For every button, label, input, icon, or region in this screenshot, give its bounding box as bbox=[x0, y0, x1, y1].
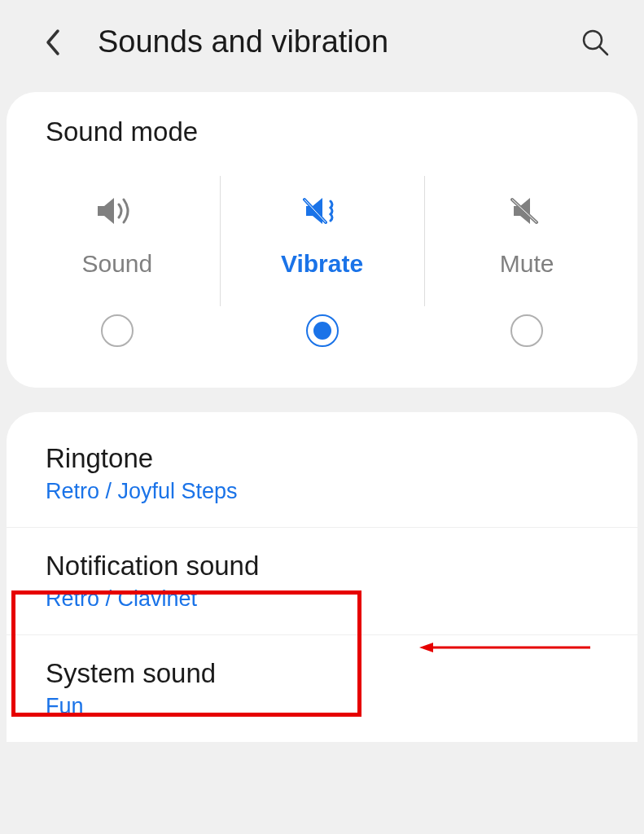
back-button[interactable] bbox=[41, 26, 65, 59]
sound-mode-sound[interactable]: Sound bbox=[15, 180, 220, 355]
sound-mode-mute[interactable]: Mute bbox=[424, 180, 629, 355]
search-button[interactable] bbox=[579, 26, 611, 59]
sound-mode-card: Sound mode Sound Vib bbox=[7, 92, 637, 388]
system-sound-item[interactable]: System sound Fun bbox=[7, 635, 637, 742]
system-sound-value: Fun bbox=[46, 694, 598, 719]
vibrate-mode-label: Vibrate bbox=[281, 250, 363, 278]
svg-point-0 bbox=[584, 31, 602, 49]
system-sound-title: System sound bbox=[46, 658, 598, 689]
radio-sound[interactable] bbox=[101, 314, 134, 347]
notification-sound-title: Notification sound bbox=[46, 551, 598, 582]
svg-line-1 bbox=[600, 47, 607, 55]
sound-settings-list: Ringtone Retro / Joyful Steps Notificati… bbox=[7, 412, 637, 742]
vibrate-icon bbox=[301, 188, 344, 234]
sound-mode-title: Sound mode bbox=[7, 116, 637, 147]
sound-mode-label: Sound bbox=[81, 250, 152, 278]
page-title: Sounds and vibration bbox=[98, 24, 579, 59]
mute-mode-label: Mute bbox=[500, 250, 554, 278]
notification-sound-item[interactable]: Notification sound Retro / Clavinet bbox=[7, 528, 637, 635]
sound-mode-vibrate[interactable]: Vibrate bbox=[220, 180, 425, 355]
sound-icon bbox=[96, 188, 138, 234]
chevron-left-icon bbox=[45, 29, 61, 56]
notification-sound-value: Retro / Clavinet bbox=[46, 586, 598, 612]
radio-vibrate[interactable] bbox=[306, 314, 339, 347]
search-icon bbox=[580, 28, 610, 57]
mute-icon bbox=[509, 188, 545, 234]
ringtone-item[interactable]: Ringtone Retro / Joyful Steps bbox=[7, 420, 637, 528]
ringtone-value: Retro / Joyful Steps bbox=[46, 479, 598, 504]
radio-mute[interactable] bbox=[510, 314, 543, 347]
app-header: Sounds and vibration bbox=[0, 0, 644, 84]
sound-mode-options: Sound Vibrate bbox=[7, 180, 637, 355]
ringtone-title: Ringtone bbox=[46, 443, 598, 474]
